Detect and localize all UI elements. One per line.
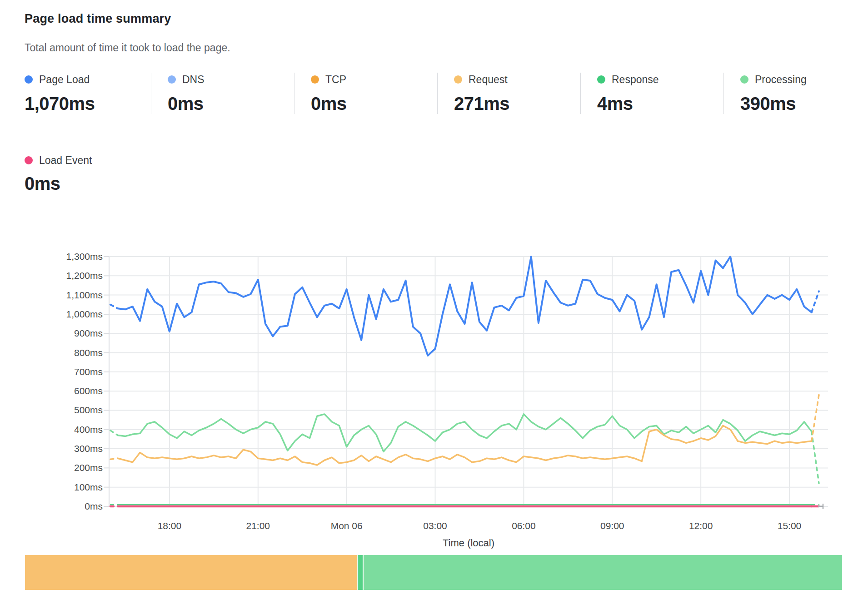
svg-text:21:00: 21:00 — [246, 520, 270, 531]
svg-text:100ms: 100ms — [74, 482, 103, 492]
timeline-period-bar[interactable] — [25, 555, 843, 590]
metric-label: Response — [612, 74, 659, 86]
metric-card-load-event[interactable]: Load Event 0ms — [25, 154, 151, 194]
svg-text:Mon 06: Mon 06 — [331, 520, 363, 531]
metric-card-request[interactable]: Request 271ms — [437, 73, 580, 114]
metric-value: 271ms — [454, 94, 580, 114]
dns-dot-icon — [168, 75, 176, 84]
svg-text:0ms: 0ms — [85, 501, 103, 511]
svg-text:1,300ms: 1,300ms — [66, 251, 103, 262]
metrics-legend-row: Page Load 1,070ms DNS 0ms TCP 0ms Reques… — [25, 73, 867, 114]
svg-text:600ms: 600ms — [74, 386, 103, 396]
metric-card-page-load[interactable]: Page Load 1,070ms — [25, 73, 151, 114]
tcp-dot-icon — [311, 75, 319, 84]
svg-text:09:00: 09:00 — [600, 520, 624, 531]
metric-card-processing[interactable]: Processing 390ms — [723, 73, 867, 114]
response-dot-icon — [597, 75, 605, 84]
svg-text:700ms: 700ms — [74, 366, 103, 377]
metric-card-tcp[interactable]: TCP 0ms — [294, 73, 437, 114]
svg-text:800ms: 800ms — [74, 347, 103, 358]
metric-value: 390ms — [740, 94, 867, 114]
svg-text:900ms: 900ms — [74, 328, 103, 338]
metric-label: Page Load — [39, 74, 90, 86]
metric-label: DNS — [182, 74, 205, 86]
bar-segment-request-period — [25, 555, 357, 590]
svg-text:400ms: 400ms — [74, 424, 103, 435]
svg-text:Time (local): Time (local) — [443, 537, 494, 549]
metric-value: 1,070ms — [25, 94, 151, 114]
svg-text:300ms: 300ms — [74, 443, 103, 454]
svg-text:1,000ms: 1,000ms — [66, 309, 103, 319]
svg-text:15:00: 15:00 — [778, 520, 802, 531]
metric-value: 0ms — [25, 173, 151, 194]
page-load-dot-icon — [25, 75, 33, 84]
load-event-dot-icon — [25, 156, 33, 164]
svg-text:200ms: 200ms — [74, 462, 103, 473]
metric-value: 0ms — [168, 94, 294, 114]
metric-label: Request — [469, 74, 508, 86]
svg-text:03:00: 03:00 — [423, 520, 447, 531]
metric-card-response[interactable]: Response 4ms — [580, 73, 723, 114]
svg-text:18:00: 18:00 — [158, 520, 182, 531]
svg-text:12:00: 12:00 — [689, 520, 713, 531]
request-dot-icon — [454, 75, 462, 84]
metric-value: 0ms — [311, 94, 437, 114]
svg-text:06:00: 06:00 — [512, 520, 536, 531]
metric-label: Processing — [755, 74, 807, 86]
metric-label: TCP — [325, 74, 346, 86]
chart-canvas[interactable]: 0ms100ms200ms300ms400ms500ms600ms700ms80… — [0, 245, 868, 563]
metric-card-dns[interactable]: DNS 0ms — [151, 73, 294, 114]
bar-segment-processing-period — [364, 555, 842, 590]
processing-dot-icon — [740, 75, 748, 84]
page-subtitle: Total amount of time it took to load the… — [25, 42, 230, 54]
svg-text:500ms: 500ms — [74, 405, 103, 415]
svg-text:1,200ms: 1,200ms — [66, 270, 103, 281]
metric-label: Load Event — [39, 154, 92, 167]
page-title: Page load time summary — [25, 12, 171, 26]
page-load-time-chart[interactable]: 0ms100ms200ms300ms400ms500ms600ms700ms80… — [0, 245, 868, 563]
metric-value: 4ms — [597, 94, 723, 114]
svg-text:1,100ms: 1,100ms — [66, 290, 103, 300]
bar-segment-response-sliver — [358, 555, 363, 590]
